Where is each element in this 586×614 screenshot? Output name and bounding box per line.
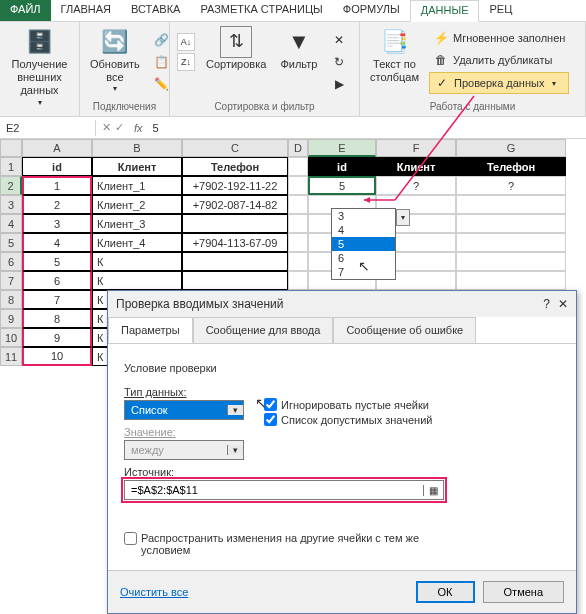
cell-A10[interactable]: 9 bbox=[22, 328, 92, 347]
allow-list-checkbox[interactable]: Список допустимых значений bbox=[264, 413, 432, 426]
col-header-G[interactable]: G bbox=[456, 139, 566, 157]
tab-formulas[interactable]: ФОРМУЛЫ bbox=[333, 0, 410, 21]
ignore-empty-checkbox[interactable]: Игнорировать пустые ячейки bbox=[264, 398, 432, 411]
propagate-checkbox[interactable]: Распространить изменения на другие ячейк… bbox=[124, 532, 560, 556]
row-header-5[interactable]: 5 bbox=[0, 233, 22, 252]
col-header-B[interactable]: B bbox=[92, 139, 182, 157]
cell-A7[interactable]: 6 bbox=[22, 271, 92, 290]
cell-B4[interactable]: Клиент_3 bbox=[92, 214, 182, 233]
row-header-11[interactable]: 11 bbox=[0, 347, 22, 366]
cell-C4[interactable] bbox=[182, 214, 288, 233]
confirm-formula-icon[interactable]: ✓ bbox=[115, 121, 124, 134]
cell-D6[interactable] bbox=[288, 252, 308, 271]
dropdown-item[interactable]: 5 bbox=[332, 237, 395, 251]
cell-B7[interactable]: К bbox=[92, 271, 182, 290]
text-to-columns-button[interactable]: 📑 Текст по столбцам bbox=[366, 24, 423, 86]
cell-C6[interactable] bbox=[182, 252, 288, 271]
row-header-1[interactable]: 1 bbox=[0, 157, 22, 176]
row-header-4[interactable]: 4 bbox=[0, 214, 22, 233]
cell-B2[interactable]: Клиент_1 bbox=[92, 176, 182, 195]
cancel-button[interactable]: Отмена bbox=[483, 581, 564, 603]
cell-A5[interactable]: 4 bbox=[22, 233, 92, 252]
remove-duplicates-button[interactable]: 🗑Удалить дубликаты bbox=[429, 50, 569, 70]
data-type-combo[interactable]: Список ▾ bbox=[124, 400, 244, 420]
tab-input-message[interactable]: Сообщение для ввода bbox=[193, 317, 334, 343]
col-header-D[interactable]: D bbox=[288, 139, 308, 157]
dialog-close-button[interactable]: ✕ bbox=[558, 297, 568, 311]
cell-A9[interactable]: 8 bbox=[22, 309, 92, 328]
ok-button[interactable]: ОК bbox=[416, 581, 475, 603]
tab-review[interactable]: РЕЦ bbox=[479, 0, 522, 21]
cell-C3[interactable]: +7902-087-14-82 bbox=[182, 195, 288, 214]
col-header-F[interactable]: F bbox=[376, 139, 456, 157]
cell-D7[interactable] bbox=[288, 271, 308, 290]
dropdown-handle[interactable]: ▾ bbox=[396, 209, 410, 226]
cell-G4[interactable] bbox=[456, 214, 566, 233]
row-header-2[interactable]: 2 bbox=[0, 176, 22, 195]
cell-A8[interactable]: 7 bbox=[22, 290, 92, 309]
sort-asc-button[interactable]: A↓ bbox=[177, 33, 195, 51]
cell-C7[interactable] bbox=[182, 271, 288, 290]
cell-G7[interactable] bbox=[456, 271, 566, 290]
sort-button[interactable]: ⇅ Сортировка bbox=[202, 24, 270, 73]
cell-G6[interactable] bbox=[456, 252, 566, 271]
col-header-A[interactable]: A bbox=[22, 139, 92, 157]
cell-B3[interactable]: Клиент_2 bbox=[92, 195, 182, 214]
tab-home[interactable]: ГЛАВНАЯ bbox=[51, 0, 121, 21]
cell-C5[interactable]: +7904-113-67-09 bbox=[182, 233, 288, 252]
cell-A4[interactable]: 3 bbox=[22, 214, 92, 233]
cell-B6[interactable]: К bbox=[92, 252, 182, 271]
advanced-filter-button[interactable]: ▶ bbox=[327, 74, 351, 94]
cell-F2[interactable]: ? bbox=[376, 176, 456, 195]
cell-G3[interactable] bbox=[456, 195, 566, 214]
fx-icon[interactable]: fx bbox=[130, 122, 147, 134]
row-header-6[interactable]: 6 bbox=[0, 252, 22, 271]
clear-filter-button[interactable]: ✕ bbox=[327, 30, 351, 50]
tab-insert[interactable]: ВСТАВКА bbox=[121, 0, 190, 21]
cell-A6[interactable]: 5 bbox=[22, 252, 92, 271]
dropdown-item[interactable]: 4 bbox=[332, 223, 395, 237]
source-input[interactable] bbox=[125, 484, 423, 496]
tab-parameters[interactable]: Параметры bbox=[108, 317, 193, 343]
cell-B1[interactable]: Клиент bbox=[92, 157, 182, 176]
name-box[interactable]: E2 bbox=[0, 120, 96, 136]
col-header-E[interactable]: E bbox=[308, 139, 376, 157]
range-selector-button[interactable]: ▦ bbox=[423, 485, 443, 496]
cell-G5[interactable] bbox=[456, 233, 566, 252]
row-header-3[interactable]: 3 bbox=[0, 195, 22, 214]
cell-D4[interactable] bbox=[288, 214, 308, 233]
cell-B5[interactable]: Клиент_4 bbox=[92, 233, 182, 252]
cell-C1[interactable]: Телефон bbox=[182, 157, 288, 176]
tab-data[interactable]: ДАННЫЕ bbox=[410, 0, 480, 22]
dropdown-item[interactable]: 3 bbox=[332, 209, 395, 223]
cell-E1[interactable]: id bbox=[308, 157, 376, 176]
cell-A3[interactable]: 2 bbox=[22, 195, 92, 214]
row-header-9[interactable]: 9 bbox=[0, 309, 22, 328]
cell-F1[interactable]: Клиент bbox=[376, 157, 456, 176]
reapply-button[interactable]: ↻ bbox=[327, 52, 351, 72]
data-validation-button[interactable]: ✓Проверка данных▾ bbox=[429, 72, 569, 94]
cell-A1[interactable]: id bbox=[22, 157, 92, 176]
cell-D5[interactable] bbox=[288, 233, 308, 252]
cell-D2[interactable] bbox=[288, 176, 308, 195]
sort-desc-button[interactable]: Z↓ bbox=[177, 53, 195, 71]
row-header-8[interactable]: 8 bbox=[0, 290, 22, 309]
flash-fill-button[interactable]: ⚡Мгновенное заполнен bbox=[429, 28, 569, 48]
tab-page-layout[interactable]: РАЗМЕТКА СТРАНИЦЫ bbox=[190, 0, 332, 21]
cell-E2[interactable]: 5 bbox=[308, 176, 376, 195]
formula-input[interactable]: 5 bbox=[147, 120, 586, 136]
col-header-C[interactable]: C bbox=[182, 139, 288, 157]
tab-file[interactable]: ФАЙЛ bbox=[0, 0, 51, 21]
cell-A11[interactable]: 10 bbox=[22, 347, 92, 366]
dialog-help-button[interactable]: ? bbox=[543, 297, 550, 311]
get-external-data-button[interactable]: 🗄️ Получение внешних данных ▾ bbox=[6, 24, 73, 109]
row-header-10[interactable]: 10 bbox=[0, 328, 22, 347]
cell-C2[interactable]: +7902-192-11-22 bbox=[182, 176, 288, 195]
clear-all-button[interactable]: Очистить все bbox=[120, 586, 188, 598]
tab-error-message[interactable]: Сообщение об ошибке bbox=[333, 317, 476, 343]
select-all-corner[interactable] bbox=[0, 139, 22, 157]
filter-button[interactable]: ▼ Фильтр bbox=[276, 24, 321, 73]
cell-D3[interactable] bbox=[288, 195, 308, 214]
cell-A2[interactable]: 1 bbox=[22, 176, 92, 195]
cell-D1[interactable] bbox=[288, 157, 308, 176]
